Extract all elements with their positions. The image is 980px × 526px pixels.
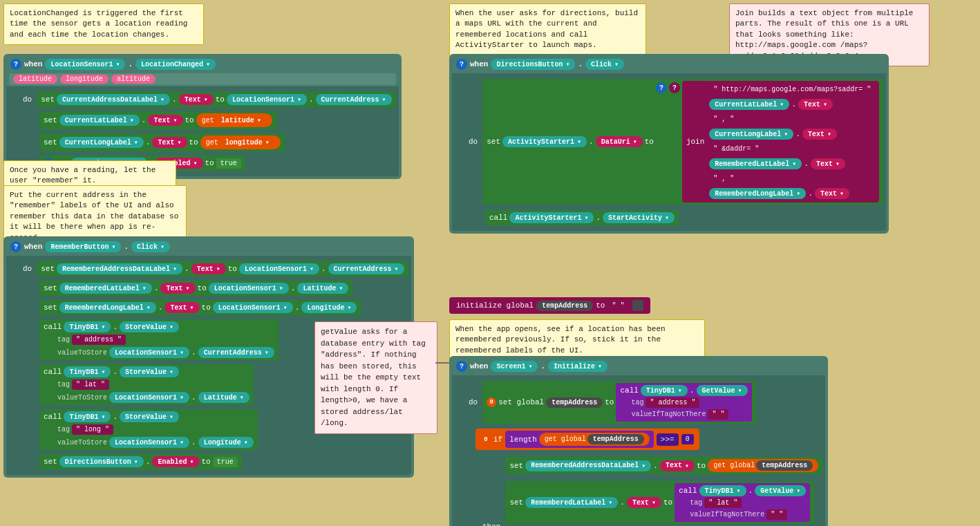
get-temp-addr: get global tempAddress <box>539 433 650 446</box>
cur-long-join[interactable]: CurrentLongLabel <box>709 129 793 140</box>
longitude-prop[interactable]: Longitude <box>301 302 357 313</box>
to-kw5: to <box>596 301 605 310</box>
tinydb-getval-lat: call TinyDB1 . GetValue tag " lat <box>675 483 810 522</box>
current-addr-prop[interactable]: CurrentAddress <box>316 94 392 105</box>
init-kw: initialize global <box>456 301 534 310</box>
cur-addr-prop3[interactable]: CurrentAddress <box>198 347 274 358</box>
text-join-3[interactable]: Text <box>811 158 845 169</box>
init-global-block: initialize global tempAddress to " " <box>449 297 650 314</box>
text-join-1[interactable]: Text <box>798 99 833 110</box>
rem-lat-join[interactable]: RememberedLatLabel <box>709 158 802 169</box>
set-block-7: set RememberedLongLabel . Text to Locati… <box>39 300 361 315</box>
store-val-pill-3[interactable]: StoreValue <box>120 411 179 422</box>
to-kw3: to <box>189 138 198 147</box>
loc-sensor-5[interactable]: LocationSensor1 <box>109 347 189 358</box>
activity-starter-pill[interactable]: ActivityStarter1 <box>502 136 587 147</box>
rem-lat-label2[interactable]: RememberedLatLabel <box>525 497 618 508</box>
loc-sensor-4[interactable]: LocationSensor1 <box>213 302 293 313</box>
loc-sensor-2[interactable]: LocationSensor1 <box>239 263 319 274</box>
text-prop-1[interactable]: Text <box>179 94 214 105</box>
data-uri-prop[interactable]: DataUri <box>596 136 643 147</box>
text-join-4[interactable]: Text <box>815 188 849 199</box>
lat-tag: " lat " <box>72 379 109 390</box>
empty-str3: " " <box>766 509 787 520</box>
latitude-prop2[interactable]: Latitude <box>198 392 249 403</box>
cur-lat-join[interactable]: CurrentLatLabel <box>709 99 789 110</box>
qmark-icon: ? <box>10 59 21 70</box>
remember-btn-pill[interactable]: RememberButton <box>45 241 121 252</box>
store-val-pill[interactable]: StoreValue <box>120 321 179 332</box>
if-block: 0 if length get global tempAddress >>= <box>475 429 699 450</box>
text-prop-3[interactable]: Text <box>152 137 187 148</box>
cur-addr-prop2[interactable]: CurrentAddress <box>328 263 404 274</box>
current-addr-label[interactable]: CurrentAddressDataLabel <box>57 94 170 105</box>
text-prop-4[interactable]: Text <box>191 263 226 274</box>
cmp-block: >>= <box>657 433 679 446</box>
text-prop-5[interactable]: Text <box>160 283 195 294</box>
dir-btn-when[interactable]: DirectionsButton <box>491 59 575 70</box>
text-prop-7[interactable]: Text <box>660 460 695 471</box>
cur-lat-label[interactable]: CurrentLatLabel <box>59 115 140 126</box>
qmark5: ? <box>656 82 667 93</box>
text-prop-8[interactable]: Text <box>627 497 661 508</box>
tinydb-pill-lat[interactable]: TinyDB1 <box>699 485 746 496</box>
rem-addr-label[interactable]: RememberedAddressDataLabel <box>57 263 182 274</box>
init-global: initialize global tempAddress to " " <box>449 297 650 314</box>
set-block-1: set CurrentAddressDataLabel . Text to Lo… <box>37 92 395 107</box>
enabled-prop2[interactable]: Enabled <box>152 456 199 467</box>
screen1-init-block: ? when Screen1 . Initialize do 0 set glo… <box>449 356 828 526</box>
latitude-prop[interactable]: Latitude <box>297 283 348 294</box>
tinydb1-pill[interactable]: TinyDB1 <box>64 321 111 332</box>
loc-sensor-3[interactable]: LocationSensor1 <box>209 283 289 294</box>
dir-btn-pill[interactable]: DirectionsButton <box>59 456 144 467</box>
text-prop-6[interactable]: Text <box>164 302 199 313</box>
true-val2: true <box>213 457 238 467</box>
rem-long-join[interactable]: RememberedLongLabel <box>709 188 806 199</box>
long-tag: " long " <box>72 424 113 435</box>
qmark7: ? <box>456 361 467 372</box>
param-altitude: altitude <box>111 75 156 84</box>
set-block-5: set RememberedAddressDataLabel . Text to… <box>37 261 408 276</box>
start-activity[interactable]: StartActivity <box>603 212 675 223</box>
latitude-var[interactable]: latitude <box>216 115 267 126</box>
param-longitude: longitude <box>60 75 109 84</box>
longitude-var[interactable]: longitude <box>220 137 275 148</box>
store-val-pill-2[interactable]: StoreValue <box>120 366 179 377</box>
click-event2[interactable]: Click <box>585 59 624 70</box>
set-activity-starter: set ActivityStarter1 . DataUri to ? ? jo… <box>482 79 883 205</box>
cur-long-label[interactable]: CurrentLongLabel <box>59 137 144 148</box>
text-prop-2[interactable]: Text <box>148 115 182 126</box>
temp-addr-get: tempAddress <box>587 434 644 444</box>
address-tag: " address " <box>72 335 126 345</box>
loc-sensor-6[interactable]: LocationSensor1 <box>109 392 189 403</box>
set-global-tempaddr: 0 set global tempAddress to call TinyDB1… <box>482 381 755 424</box>
init-event[interactable]: Initialize <box>548 361 607 372</box>
tinydb1-pill-3[interactable]: TinyDB1 <box>64 411 111 422</box>
temp-addr-get2: tempAddress <box>756 460 813 471</box>
text-join-2[interactable]: Text <box>802 129 837 140</box>
location-changed-pill[interactable]: LocationChanged <box>135 59 216 70</box>
longitude-prop2[interactable]: Longitude <box>198 437 254 448</box>
tinydb-pill-sc[interactable]: TinyDB1 <box>641 385 688 396</box>
set-rem-lat-2: set RememberedLatLabel . Text to call <box>505 481 814 524</box>
rem-long-label[interactable]: RememberedLongLabel <box>59 302 156 313</box>
getval-pill-lat[interactable]: GetValue <box>755 485 806 496</box>
getval-pill[interactable]: GetValue <box>697 385 748 396</box>
to-kw4: to <box>205 159 214 167</box>
set-block-6: set RememberedLatLabel . Text to Locatio… <box>39 281 352 296</box>
click-event[interactable]: Click <box>131 241 170 252</box>
screen1-pill[interactable]: Screen1 <box>491 361 538 372</box>
when-label3: when <box>470 60 488 68</box>
rem-addr-label2[interactable]: RememberedAddressDataLabel <box>525 460 651 471</box>
activity-starter-2[interactable]: ActivityStarter1 <box>509 212 594 223</box>
location-sensor-pill[interactable]: LocationSensor1 <box>45 59 125 70</box>
set-kw2: set <box>44 116 57 124</box>
loc-sensor-1[interactable]: LocationSensor1 <box>227 94 307 105</box>
rem-lat-label[interactable]: RememberedLatLabel <box>59 283 152 294</box>
loc-sensor-7[interactable]: LocationSensor1 <box>109 437 189 448</box>
tinydb1-pill-2[interactable]: TinyDB1 <box>64 366 111 377</box>
address-tag2: " address " <box>646 397 699 408</box>
set-kw3: set <box>44 138 57 147</box>
join-block: join " http://maps.google.com/maps?saddr… <box>682 81 879 203</box>
call-tinydb-2: call TinyDB1 . StoreValue tag " lat " va… <box>39 364 254 405</box>
